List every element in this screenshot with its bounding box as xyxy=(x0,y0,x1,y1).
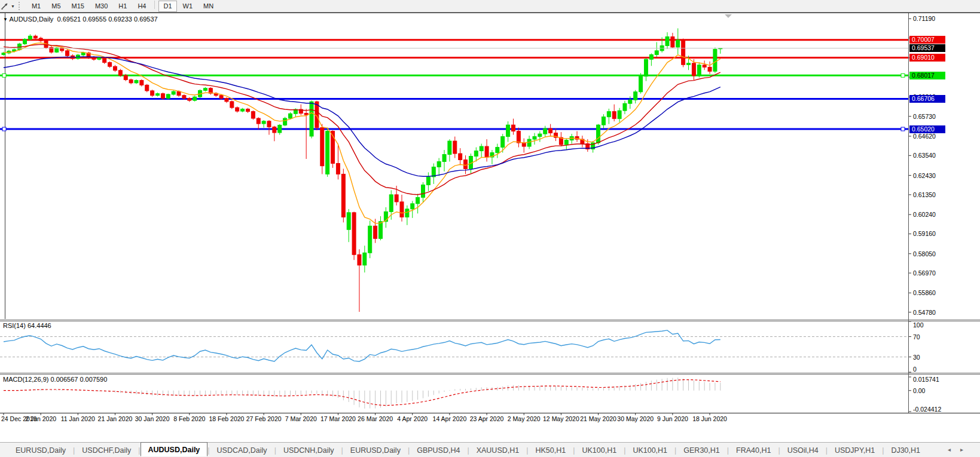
price-badge: 0.69010 xyxy=(909,54,945,62)
chart-tab-hk50-h1[interactable]: HK50,H1 xyxy=(528,444,573,456)
chart-tab-uk100-h1[interactable]: UK100,H1 xyxy=(625,444,674,456)
rsi-tick-label: 100 xyxy=(913,321,924,329)
date-label: 30 Jan 2020 xyxy=(135,415,170,422)
chart-tab-audusd-daily[interactable]: AUDUSD,Daily xyxy=(141,442,208,456)
date-label: 21 Jan 2020 xyxy=(98,415,133,422)
price-tick-label: 0.56970 xyxy=(913,269,936,277)
macd-separator[interactable] xyxy=(0,373,980,373)
date-label: 21 May 2020 xyxy=(580,415,616,422)
price-tick-label: 0.60240 xyxy=(913,211,936,218)
ohlc-high: 0.69555 xyxy=(83,16,106,23)
chart-tab-usdchf-daily[interactable]: USDCHF,Daily xyxy=(75,444,138,456)
date-label: 26 Mar 2020 xyxy=(358,415,393,422)
macd-main-value: 0.006567 xyxy=(50,376,78,383)
price-tick-label: 0.59160 xyxy=(913,230,936,237)
chart-tab-dj30-h1[interactable]: DJ30,H1 xyxy=(884,444,927,456)
chart-tab-usdcnh-daily[interactable]: USDCNH,Daily xyxy=(276,444,341,456)
ohlc-close: 0.69537 xyxy=(134,16,158,23)
rsi-tick-label: 70 xyxy=(913,333,920,341)
tab-scroll-left-icon[interactable]: ◂ xyxy=(948,446,960,453)
date-label: 17 Mar 2020 xyxy=(320,415,356,422)
price-tick-label: 0.65730 xyxy=(913,113,936,120)
chart-canvas[interactable] xyxy=(0,0,980,457)
date-label: 7 Mar 2020 xyxy=(285,415,317,422)
chart-top-border xyxy=(0,13,980,13)
tab-scroll-right-icon[interactable]: ▸ xyxy=(960,446,973,453)
chart-tab-ger30-h1[interactable]: GER30,H1 xyxy=(676,444,726,456)
chart-tab-usdcad-daily[interactable]: USDCAD,Daily xyxy=(210,444,274,456)
rsi-value: 64.4446 xyxy=(28,322,51,329)
chart-tab-eurusd-daily[interactable]: EURUSD,Daily xyxy=(343,444,408,456)
chart-tab-bar: EURUSD,Daily|USDCHF,Daily|AUDUSD,Daily|U… xyxy=(0,442,980,457)
symbol-name: AUDUSD,Daily xyxy=(9,16,53,23)
chart-tab-eurusd-daily[interactable]: EURUSD,Daily xyxy=(8,444,73,456)
date-label: 18 Jun 2020 xyxy=(692,415,727,422)
date-label: 2 May 2020 xyxy=(508,415,541,422)
chart-title: ▼ AUDUSD,Daily 0.69521 0.69555 0.69233 0… xyxy=(3,16,158,23)
price-badge: 0.65020 xyxy=(909,125,945,133)
rsi-tick-label: 30 xyxy=(913,354,920,361)
rsi-separator[interactable] xyxy=(0,320,980,320)
price-tick-label: 0.62430 xyxy=(913,172,936,179)
ohlc-open: 0.69521 xyxy=(57,16,81,23)
chart-shift-marker[interactable] xyxy=(725,14,732,18)
date-label: 9 Jun 2020 xyxy=(657,415,688,422)
date-label: 14 Apr 2020 xyxy=(433,415,467,422)
chart-tab-fra40-h1[interactable]: FRA40,H1 xyxy=(729,444,778,456)
macd-signal-value: 0.007590 xyxy=(80,376,107,383)
price-badge: 0.66706 xyxy=(909,95,945,103)
date-label: 11 Jan 2020 xyxy=(61,415,95,422)
price-tick-label: 0.54780 xyxy=(913,309,936,316)
rsi-tick-label: 0 xyxy=(913,366,917,373)
date-axis-border xyxy=(0,413,980,413)
macd-separator-2 xyxy=(0,374,980,375)
macd-tick-label: 0.00 xyxy=(913,387,925,394)
price-tick-label: 0.71190 xyxy=(913,15,935,22)
date-label: 12 May 2020 xyxy=(543,415,579,422)
chart-tab-gbpusd-h4[interactable]: GBPUSD,H4 xyxy=(410,444,467,456)
chart-tab-usoil-h4[interactable]: USOil,H4 xyxy=(780,444,826,456)
ohlc-low: 0.69233 xyxy=(108,16,132,23)
chart-tab-xauusd-h1[interactable]: XAUUSD,H1 xyxy=(469,444,527,456)
price-tick-label: 0.63540 xyxy=(913,152,936,159)
date-label: 18 Feb 2020 xyxy=(209,415,244,422)
price-badge: 0.68017 xyxy=(909,72,945,79)
macd-label: MACD(12,26,9) 0.006567 0.007590 xyxy=(3,376,107,383)
tab-scroll-arrows: ◂▸ xyxy=(948,446,973,453)
date-label: 27 Feb 2020 xyxy=(246,415,282,422)
chart-tab-uk100-h1[interactable]: UK100,H1 xyxy=(575,444,624,456)
rsi-separator-2 xyxy=(0,321,980,321)
date-label: 8 Feb 2020 xyxy=(173,415,205,422)
date-label: 4 Apr 2020 xyxy=(397,415,428,422)
macd-tick-label: -0.024412 xyxy=(913,406,941,413)
date-label: 30 May 2020 xyxy=(617,415,654,422)
price-axis-line xyxy=(908,13,909,413)
price-tick-label: 0.64620 xyxy=(913,133,936,140)
price-badge: 0.69537 xyxy=(909,44,945,52)
date-label: 23 Apr 2020 xyxy=(470,415,504,422)
price-tick-label: 0.61350 xyxy=(913,191,936,198)
macd-tick-label: 0.015741 xyxy=(913,376,939,383)
symbol-dropdown-icon[interactable]: ▼ xyxy=(3,17,8,22)
price-tick-label: 0.58050 xyxy=(913,250,936,257)
rsi-label: RSI(14) 64.4446 xyxy=(3,322,51,329)
price-badge: 0.70007 xyxy=(909,36,945,44)
price-tick-label: 0.55860 xyxy=(913,289,936,296)
chart-tab-usdjpy-h1[interactable]: USDJPY,H1 xyxy=(828,444,882,456)
date-label: 2 Jan 2020 xyxy=(25,415,56,422)
